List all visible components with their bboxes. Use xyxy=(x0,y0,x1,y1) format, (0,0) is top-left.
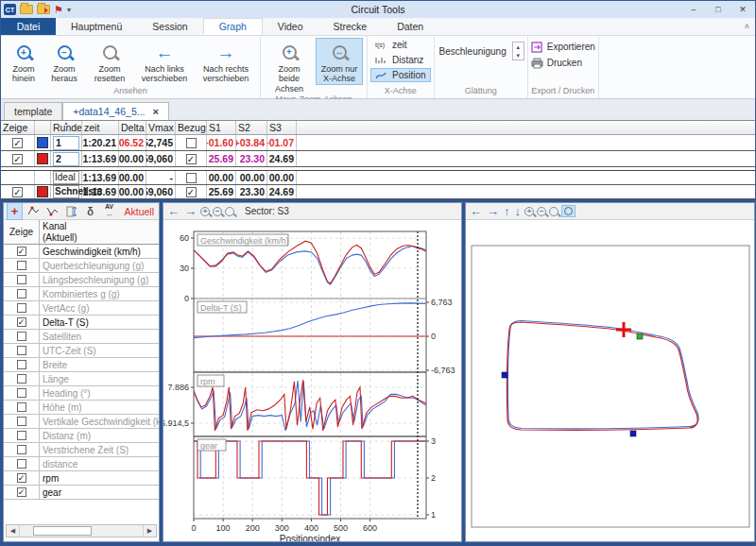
channel-row[interactable]: UTC-Zeit (S) xyxy=(4,344,159,358)
channel-row[interactable]: Querbeschleunigung (g) xyxy=(4,259,159,273)
zoom-in-icon[interactable]: + xyxy=(200,207,210,216)
channel-row[interactable]: Satelliten xyxy=(4,330,159,344)
channel-row[interactable]: Höhe (m) xyxy=(4,401,159,415)
scale-axis-button[interactable] xyxy=(63,206,79,217)
app-icon[interactable]: CT xyxy=(4,4,16,15)
channel-row[interactable]: Distanz (m) xyxy=(4,429,159,443)
channel-row[interactable]: Länge xyxy=(4,372,159,386)
zoom-out-icon[interactable]: − xyxy=(537,207,546,216)
tab-hauptmenu[interactable]: Hauptmenü xyxy=(56,18,137,35)
reference-checkbox[interactable]: ✓ xyxy=(186,187,197,197)
ribbon-collapse-icon[interactable]: ˄ xyxy=(745,22,749,31)
channel-checkbox[interactable] xyxy=(17,360,26,369)
graphs-canvas[interactable]: 0100200300400500600Positionsindex603006,… xyxy=(163,220,461,542)
pan-left-icon[interactable]: ← xyxy=(166,205,180,217)
lap-number[interactable]: 2 xyxy=(53,152,79,166)
channel-checkbox[interactable] xyxy=(17,332,26,341)
channel-checkbox[interactable]: ✓ xyxy=(17,487,26,497)
channel-checkbox[interactable] xyxy=(17,417,26,426)
header-zeit[interactable]: zeit xyxy=(82,121,119,134)
tab-graph[interactable]: Graph xyxy=(203,18,263,35)
channel-row[interactable]: ✓gear xyxy=(4,486,159,500)
channel-checkbox[interactable] xyxy=(17,459,26,469)
pan-down-icon[interactable]: ↓ xyxy=(514,205,523,217)
channel-checkbox[interactable] xyxy=(17,431,26,440)
x-axis-distanz-option[interactable]: Distanz xyxy=(370,53,431,67)
open-folder-icon[interactable] xyxy=(20,5,33,14)
import-folder-icon[interactable] xyxy=(37,5,50,14)
qat-dropdown-icon[interactable]: ▾ xyxy=(67,6,71,14)
channel-row[interactable]: Kombiniertes g (g) xyxy=(4,287,159,301)
smoothing-stepper[interactable]: ▲ ▼ xyxy=(512,42,524,60)
reference-checkbox[interactable]: ✓ xyxy=(186,154,197,164)
show-lap-checkbox[interactable]: ✓ xyxy=(12,138,23,148)
channel-checkbox[interactable]: ✓ xyxy=(17,247,26,256)
print-button[interactable]: Drucken xyxy=(531,56,582,70)
show-lap-checkbox[interactable]: ✓ xyxy=(12,154,23,164)
pan-left-button[interactable]: ← Nach links verschieben xyxy=(135,38,194,85)
pan-right-icon[interactable]: → xyxy=(486,205,500,217)
export-button[interactable]: Exportieren xyxy=(531,40,595,54)
pan-up-icon[interactable]: ↑ xyxy=(503,205,511,217)
tab-data-file[interactable]: +data14_46_5... × xyxy=(62,102,169,120)
zoom-reset-icon[interactable] xyxy=(549,207,558,216)
channel-row[interactable]: Breite xyxy=(4,358,159,372)
channel-row[interactable]: VertAcc (g) xyxy=(4,301,159,316)
channel-row[interactable]: Vertikale Geschwindigkeit (km/h) xyxy=(4,415,159,429)
pan-left-icon[interactable]: ← xyxy=(469,205,483,217)
channel-checkbox[interactable] xyxy=(17,445,26,454)
channel-checkbox[interactable] xyxy=(17,402,26,412)
header-s2[interactable]: S2 xyxy=(236,121,267,134)
zoom-both-axes-button[interactable]: + Zoom beide Achsen xyxy=(265,38,314,94)
lap-number[interactable]: 1 xyxy=(53,136,79,150)
zoom-in-icon[interactable]: + xyxy=(524,207,534,216)
channel-checkbox[interactable] xyxy=(17,388,26,398)
zoom-reset-button[interactable]: Zoom resetten xyxy=(86,38,133,85)
header-delta[interactable]: Delta xyxy=(119,121,146,134)
zoom-out-icon[interactable]: − xyxy=(213,207,222,216)
circle-tool-button[interactable] xyxy=(561,205,576,217)
channel-checkbox[interactable] xyxy=(17,275,26,284)
zoom-x-only-button[interactable]: ↔ Zoom nur X-Achse xyxy=(316,38,363,85)
scroll-left-icon[interactable]: ◀ xyxy=(7,525,20,537)
pan-right-icon[interactable]: → xyxy=(183,205,198,217)
pan-right-button[interactable]: → Nach rechts verschieben xyxy=(196,38,256,85)
channel-row[interactable]: distance xyxy=(4,457,159,471)
average-tool-button[interactable]: AV↔ xyxy=(101,204,117,218)
close-button[interactable]: ✕ xyxy=(730,1,755,18)
channel-checkbox[interactable] xyxy=(17,303,26,313)
scrollbar-thumb[interactable] xyxy=(33,526,92,536)
tab-template[interactable]: template xyxy=(4,102,62,120)
file-tab[interactable]: Datei xyxy=(1,18,56,35)
stepper-up-icon[interactable]: ▲ xyxy=(513,43,524,51)
header-bezug[interactable]: Bezug xyxy=(176,121,207,134)
jump-to-min-button[interactable] xyxy=(44,206,60,216)
delta-tool-button[interactable]: δ xyxy=(82,205,98,218)
maximize-button[interactable]: □ xyxy=(706,1,730,18)
show-lap-checkbox[interactable]: ✓ xyxy=(12,187,23,197)
channel-hscrollbar[interactable]: ◀ ▶ xyxy=(6,524,157,537)
channel-checkbox[interactable] xyxy=(17,289,26,299)
close-tab-icon[interactable]: × xyxy=(152,106,158,117)
header-s3[interactable]: S3 xyxy=(267,121,297,134)
tab-video[interactable]: Video xyxy=(263,18,318,35)
scroll-right-icon[interactable]: ▶ xyxy=(143,525,156,537)
header-vmax[interactable]: Vmax xyxy=(146,121,176,134)
flag-icon[interactable]: ⚑ xyxy=(54,5,63,14)
channel-row[interactable]: Längsbeschleunigung (g) xyxy=(4,273,159,287)
tab-session[interactable]: Session xyxy=(137,18,202,35)
channel-checkbox[interactable] xyxy=(17,346,26,355)
zoom-out-button[interactable]: − Zoom heraus xyxy=(44,38,84,85)
reference-checkbox[interactable] xyxy=(186,138,197,148)
channel-row[interactable]: ✓Geschwindigkeit (km/h) xyxy=(4,245,159,259)
minimize-button[interactable]: – xyxy=(681,1,706,18)
tab-strecke[interactable]: Strecke xyxy=(318,18,383,35)
channel-row[interactable]: Verstrichene Zeit (S) xyxy=(4,443,159,457)
zoom-in-button[interactable]: + Zoom hinein xyxy=(5,38,43,85)
stepper-down-icon[interactable]: ▼ xyxy=(513,51,524,60)
channel-checkbox[interactable]: ✓ xyxy=(17,473,26,483)
tab-daten[interactable]: Daten xyxy=(382,18,438,35)
x-axis-position-option[interactable]: Position xyxy=(370,68,431,82)
smoothing-value[interactable]: Beschleunigung xyxy=(438,44,512,59)
zoom-reset-icon[interactable] xyxy=(225,207,234,216)
